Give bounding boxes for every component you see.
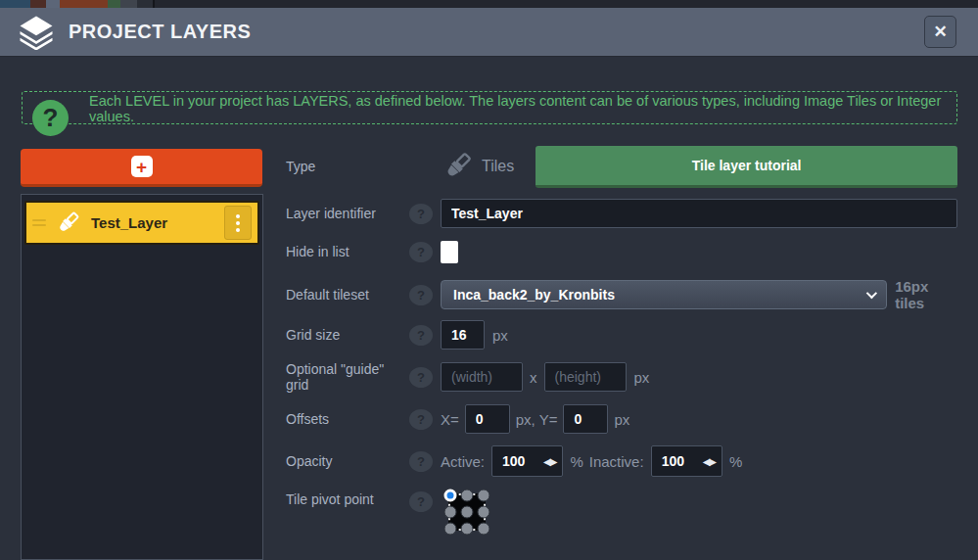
help-icon[interactable]: ? [409,325,433,346]
default-tileset-select[interactable]: Inca_back2_by_Kronbits [441,280,887,309]
opacity-inactive-input[interactable] [662,453,703,469]
help-icon[interactable]: ? [409,491,433,512]
strip-rest [155,0,978,8]
row-type: Type Tiles Tile layer tutorial [286,145,957,188]
opacity-active-unit: % [570,453,582,470]
row-layer-identifier: Layer identifier ? [286,199,957,228]
pivot-dot[interactable] [478,523,490,536]
layer-name: Test_Layer [91,214,224,231]
pivot-dot[interactable] [478,490,490,502]
layers-stack-icon [18,15,55,50]
tab-blue [0,0,30,8]
top-strip [0,0,978,8]
offset-mid-label: px, Y= [516,411,558,428]
row-opacity: Opacity ? Active: ◀▶ % Inactive: ◀▶ % [286,445,957,477]
offsets-unit: px [614,411,629,428]
question-mark-icon: ? [32,100,69,136]
pivot-dot[interactable] [461,506,474,519]
tab-green [108,0,120,8]
info-banner: ? Each LEVEL in your project has LAYERS,… [22,91,957,124]
tab-gray [120,0,137,8]
layer-list-item[interactable]: Test_Layer [24,201,259,245]
hide-in-list-label: Hide in list [286,244,409,259]
pivot-dot[interactable] [461,490,474,502]
help-icon[interactable]: ? [409,451,433,472]
offset-x-input[interactable] [465,404,510,434]
layer-identifier-input[interactable] [441,199,957,228]
dialog-title: PROJECT LAYERS [69,21,251,43]
tab-brown [30,0,46,8]
add-layer-button[interactable]: + [21,149,262,187]
layer-identifier-label: Layer identifier [286,206,409,221]
help-icon[interactable]: ? [409,242,433,262]
pivot-dot[interactable] [461,523,474,536]
grid-size-label: Grid size [286,327,409,343]
info-banner-text: Each LEVEL in your project has LAYERS, a… [89,92,956,125]
help-icon[interactable]: ? [409,204,433,224]
tab-dark [137,0,153,8]
opacity-label: Opacity [286,453,409,469]
plus-icon: + [131,156,153,177]
stepper-arrows-icon[interactable]: ◀▶ [703,456,716,467]
hide-in-list-checkbox[interactable] [441,241,458,263]
guide-grid-separator: x [530,369,537,386]
default-tileset-value: Inca_back2_by_Kronbits [453,287,866,303]
tileset-grid-info: 16px tiles [895,278,957,311]
offsets-label: Offsets [286,411,409,427]
guide-grid-width-input[interactable] [441,362,523,392]
tiles-brush-icon [54,210,81,237]
layer-menu-button[interactable] [224,206,252,240]
opacity-active-input[interactable] [502,453,543,469]
row-tile-pivot: Tile pivot point ? [286,490,957,535]
tile-pivot-label: Tile pivot point [286,491,409,507]
help-icon[interactable]: ? [409,367,433,388]
pivot-dot-selected[interactable] [444,490,457,502]
tab-rust [60,0,108,8]
row-grid-size: Grid size ? px [286,320,957,350]
opacity-active-box: ◀▶ [491,445,563,477]
layer-list: Test_Layer [21,194,263,560]
opacity-inactive-label: Inactive: [589,453,644,470]
row-guide-grid: Optional "guide" grid ? x px [286,362,957,392]
offset-x-label: X= [441,411,459,428]
pivot-dot[interactable] [478,506,490,519]
offset-y-input[interactable] [563,404,608,434]
dialog-header: PROJECT LAYERS ✕ [0,8,978,57]
help-icon[interactable]: ? [409,409,433,430]
close-button[interactable]: ✕ [924,16,956,48]
tile-layer-tutorial-button[interactable]: Tile layer tutorial [536,146,957,188]
guide-grid-height-input[interactable] [544,362,627,392]
stepper-arrows-icon[interactable]: ◀▶ [543,456,556,467]
guide-grid-label: Optional "guide" grid [286,361,409,393]
row-default-tileset: Default tileset ? Inca_back2_by_Kronbits… [286,280,957,309]
type-value: Tiles [482,158,514,175]
help-icon[interactable]: ? [409,285,433,305]
grid-size-unit: px [492,327,508,344]
guide-grid-unit: px [634,369,650,386]
row-hide-in-list: Hide in list ? [286,240,957,263]
opacity-unit: % [729,453,742,470]
type-label: Type [286,159,409,174]
pivot-dot[interactable] [444,523,457,536]
chevron-down-icon [866,288,877,299]
drag-handle-icon[interactable] [32,219,46,226]
opacity-active-label: Active: [441,453,485,470]
tab-active [46,0,60,8]
tile-pivot-widget [448,493,486,531]
pivot-dot[interactable] [444,506,457,519]
opacity-inactive-box: ◀▶ [651,445,722,477]
tiles-brush-icon [441,150,474,183]
default-tileset-label: Default tileset [286,287,409,303]
grid-size-input[interactable] [441,320,485,350]
row-offsets: Offsets ? X= px, Y= px [286,404,957,434]
